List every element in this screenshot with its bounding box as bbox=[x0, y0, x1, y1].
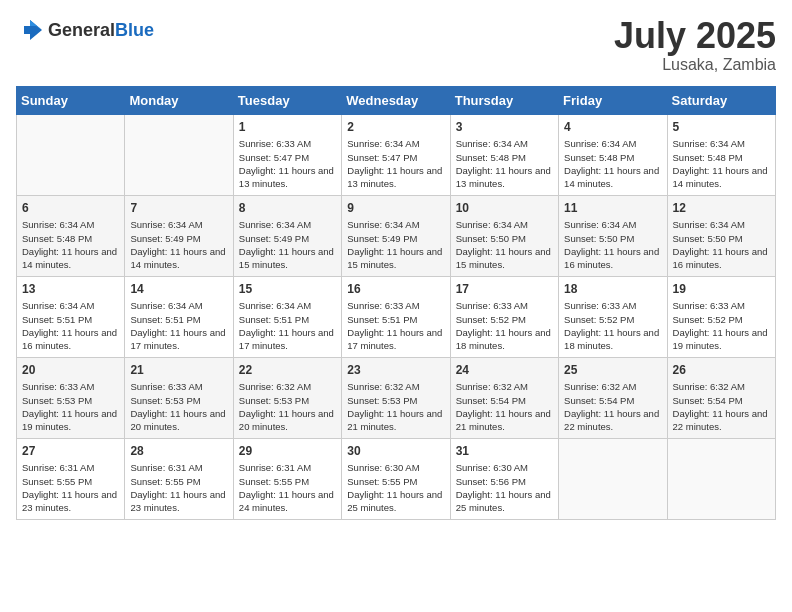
sunset: Sunset: 5:54 PM bbox=[564, 395, 634, 406]
cell-content: 22Sunrise: 6:32 AMSunset: 5:53 PMDayligh… bbox=[239, 362, 336, 433]
calendar-cell bbox=[667, 438, 775, 519]
sunset: Sunset: 5:51 PM bbox=[22, 314, 92, 325]
day-number: 16 bbox=[347, 281, 444, 298]
sunrise: Sunrise: 6:34 AM bbox=[239, 219, 311, 230]
daylight: Daylight: 11 hours and 23 minutes. bbox=[22, 489, 117, 513]
sunrise: Sunrise: 6:34 AM bbox=[564, 138, 636, 149]
daylight: Daylight: 11 hours and 17 minutes. bbox=[347, 327, 442, 351]
daylight: Daylight: 11 hours and 25 minutes. bbox=[456, 489, 551, 513]
sunset: Sunset: 5:56 PM bbox=[456, 476, 526, 487]
sunset: Sunset: 5:53 PM bbox=[22, 395, 92, 406]
daylight: Daylight: 11 hours and 13 minutes. bbox=[239, 165, 334, 189]
month-title: July 2025 bbox=[614, 16, 776, 56]
calendar-cell: 11Sunrise: 6:34 AMSunset: 5:50 PMDayligh… bbox=[559, 195, 667, 276]
daylight: Daylight: 11 hours and 13 minutes. bbox=[347, 165, 442, 189]
day-number: 21 bbox=[130, 362, 227, 379]
sunset: Sunset: 5:48 PM bbox=[22, 233, 92, 244]
weekday-header-tuesday: Tuesday bbox=[233, 86, 341, 114]
calendar-cell: 19Sunrise: 6:33 AMSunset: 5:52 PMDayligh… bbox=[667, 276, 775, 357]
sunrise: Sunrise: 6:33 AM bbox=[673, 300, 745, 311]
calendar-cell: 18Sunrise: 6:33 AMSunset: 5:52 PMDayligh… bbox=[559, 276, 667, 357]
sunrise: Sunrise: 6:34 AM bbox=[456, 219, 528, 230]
daylight: Daylight: 11 hours and 22 minutes. bbox=[564, 408, 659, 432]
calendar-cell: 4Sunrise: 6:34 AMSunset: 5:48 PMDaylight… bbox=[559, 114, 667, 195]
daylight: Daylight: 11 hours and 23 minutes. bbox=[130, 489, 225, 513]
daylight: Daylight: 11 hours and 14 minutes. bbox=[564, 165, 659, 189]
calendar-cell: 20Sunrise: 6:33 AMSunset: 5:53 PMDayligh… bbox=[17, 357, 125, 438]
calendar-cell: 13Sunrise: 6:34 AMSunset: 5:51 PMDayligh… bbox=[17, 276, 125, 357]
sunrise: Sunrise: 6:34 AM bbox=[347, 138, 419, 149]
calendar-cell: 30Sunrise: 6:30 AMSunset: 5:55 PMDayligh… bbox=[342, 438, 450, 519]
cell-content: 23Sunrise: 6:32 AMSunset: 5:53 PMDayligh… bbox=[347, 362, 444, 433]
calendar-week-2: 6Sunrise: 6:34 AMSunset: 5:48 PMDaylight… bbox=[17, 195, 776, 276]
day-number: 12 bbox=[673, 200, 770, 217]
calendar-cell: 17Sunrise: 6:33 AMSunset: 5:52 PMDayligh… bbox=[450, 276, 558, 357]
daylight: Daylight: 11 hours and 15 minutes. bbox=[456, 246, 551, 270]
calendar-cell: 15Sunrise: 6:34 AMSunset: 5:51 PMDayligh… bbox=[233, 276, 341, 357]
day-number: 28 bbox=[130, 443, 227, 460]
daylight: Daylight: 11 hours and 24 minutes. bbox=[239, 489, 334, 513]
sunrise: Sunrise: 6:34 AM bbox=[347, 219, 419, 230]
sunrise: Sunrise: 6:34 AM bbox=[564, 219, 636, 230]
day-number: 30 bbox=[347, 443, 444, 460]
cell-content: 21Sunrise: 6:33 AMSunset: 5:53 PMDayligh… bbox=[130, 362, 227, 433]
sunrise: Sunrise: 6:32 AM bbox=[456, 381, 528, 392]
daylight: Daylight: 11 hours and 16 minutes. bbox=[564, 246, 659, 270]
sunrise: Sunrise: 6:32 AM bbox=[564, 381, 636, 392]
sunrise: Sunrise: 6:31 AM bbox=[130, 462, 202, 473]
calendar-cell: 22Sunrise: 6:32 AMSunset: 5:53 PMDayligh… bbox=[233, 357, 341, 438]
calendar-cell: 31Sunrise: 6:30 AMSunset: 5:56 PMDayligh… bbox=[450, 438, 558, 519]
sunset: Sunset: 5:47 PM bbox=[239, 152, 309, 163]
daylight: Daylight: 11 hours and 25 minutes. bbox=[347, 489, 442, 513]
cell-content: 1Sunrise: 6:33 AMSunset: 5:47 PMDaylight… bbox=[239, 119, 336, 190]
weekday-header-sunday: Sunday bbox=[17, 86, 125, 114]
cell-content: 12Sunrise: 6:34 AMSunset: 5:50 PMDayligh… bbox=[673, 200, 770, 271]
cell-content: 27Sunrise: 6:31 AMSunset: 5:55 PMDayligh… bbox=[22, 443, 119, 514]
sunset: Sunset: 5:49 PM bbox=[239, 233, 309, 244]
calendar-cell: 16Sunrise: 6:33 AMSunset: 5:51 PMDayligh… bbox=[342, 276, 450, 357]
calendar-cell: 24Sunrise: 6:32 AMSunset: 5:54 PMDayligh… bbox=[450, 357, 558, 438]
calendar-cell: 28Sunrise: 6:31 AMSunset: 5:55 PMDayligh… bbox=[125, 438, 233, 519]
cell-content: 16Sunrise: 6:33 AMSunset: 5:51 PMDayligh… bbox=[347, 281, 444, 352]
day-number: 13 bbox=[22, 281, 119, 298]
day-number: 8 bbox=[239, 200, 336, 217]
sunrise: Sunrise: 6:33 AM bbox=[130, 381, 202, 392]
sunrise: Sunrise: 6:34 AM bbox=[130, 219, 202, 230]
cell-content: 2Sunrise: 6:34 AMSunset: 5:47 PMDaylight… bbox=[347, 119, 444, 190]
daylight: Daylight: 11 hours and 15 minutes. bbox=[347, 246, 442, 270]
logo: GeneralBlue bbox=[16, 16, 154, 44]
calendar-cell: 12Sunrise: 6:34 AMSunset: 5:50 PMDayligh… bbox=[667, 195, 775, 276]
calendar-cell: 26Sunrise: 6:32 AMSunset: 5:54 PMDayligh… bbox=[667, 357, 775, 438]
cell-content: 6Sunrise: 6:34 AMSunset: 5:48 PMDaylight… bbox=[22, 200, 119, 271]
day-number: 18 bbox=[564, 281, 661, 298]
calendar-cell: 3Sunrise: 6:34 AMSunset: 5:48 PMDaylight… bbox=[450, 114, 558, 195]
sunrise: Sunrise: 6:34 AM bbox=[673, 219, 745, 230]
weekday-header-monday: Monday bbox=[125, 86, 233, 114]
calendar-week-4: 20Sunrise: 6:33 AMSunset: 5:53 PMDayligh… bbox=[17, 357, 776, 438]
sunset: Sunset: 5:47 PM bbox=[347, 152, 417, 163]
calendar-cell: 7Sunrise: 6:34 AMSunset: 5:49 PMDaylight… bbox=[125, 195, 233, 276]
day-number: 5 bbox=[673, 119, 770, 136]
day-number: 3 bbox=[456, 119, 553, 136]
calendar-cell: 25Sunrise: 6:32 AMSunset: 5:54 PMDayligh… bbox=[559, 357, 667, 438]
cell-content: 3Sunrise: 6:34 AMSunset: 5:48 PMDaylight… bbox=[456, 119, 553, 190]
sunrise: Sunrise: 6:32 AM bbox=[347, 381, 419, 392]
cell-content: 15Sunrise: 6:34 AMSunset: 5:51 PMDayligh… bbox=[239, 281, 336, 352]
sunset: Sunset: 5:51 PM bbox=[239, 314, 309, 325]
day-number: 9 bbox=[347, 200, 444, 217]
sunrise: Sunrise: 6:34 AM bbox=[22, 300, 94, 311]
calendar-week-1: 1Sunrise: 6:33 AMSunset: 5:47 PMDaylight… bbox=[17, 114, 776, 195]
sunset: Sunset: 5:55 PM bbox=[239, 476, 309, 487]
sunrise: Sunrise: 6:31 AM bbox=[239, 462, 311, 473]
sunset: Sunset: 5:54 PM bbox=[673, 395, 743, 406]
sunset: Sunset: 5:53 PM bbox=[130, 395, 200, 406]
calendar-cell: 21Sunrise: 6:33 AMSunset: 5:53 PMDayligh… bbox=[125, 357, 233, 438]
sunrise: Sunrise: 6:34 AM bbox=[456, 138, 528, 149]
sunrise: Sunrise: 6:33 AM bbox=[564, 300, 636, 311]
sunset: Sunset: 5:52 PM bbox=[673, 314, 743, 325]
cell-content: 8Sunrise: 6:34 AMSunset: 5:49 PMDaylight… bbox=[239, 200, 336, 271]
sunset: Sunset: 5:48 PM bbox=[456, 152, 526, 163]
day-number: 20 bbox=[22, 362, 119, 379]
day-number: 26 bbox=[673, 362, 770, 379]
daylight: Daylight: 11 hours and 15 minutes. bbox=[239, 246, 334, 270]
